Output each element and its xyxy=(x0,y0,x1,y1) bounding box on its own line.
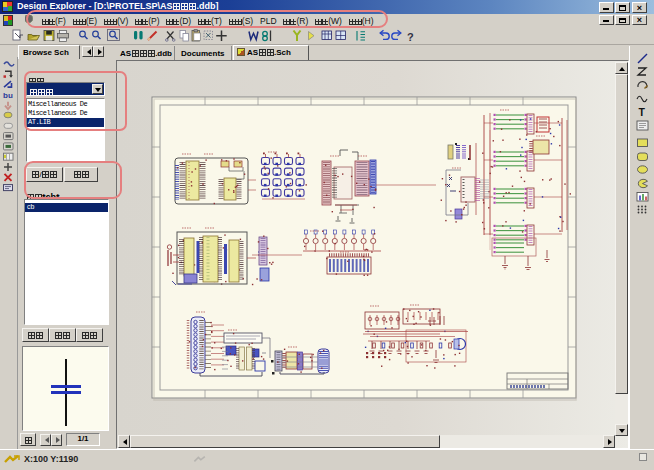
svg-text:T: T xyxy=(639,106,646,118)
svg-text:?: ? xyxy=(407,31,414,43)
svg-text:bu: bu xyxy=(3,91,13,100)
